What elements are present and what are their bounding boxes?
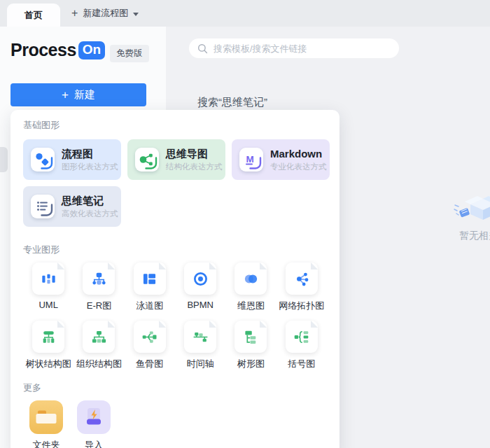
venn-icon xyxy=(234,262,267,295)
plus-icon: + xyxy=(71,8,78,19)
more-row: 文件夹 导入 xyxy=(29,400,327,448)
pro-item-label: 时间轴 xyxy=(187,358,214,370)
pro-item-label: 维恩图 xyxy=(237,300,265,312)
org-chart-icon xyxy=(83,321,115,353)
basic-section-label: 基础图形 xyxy=(23,119,327,132)
pro-item-label: 树状结构图 xyxy=(26,358,71,370)
pro-item-tree-diagram[interactable]: 树形图 xyxy=(225,321,276,370)
more-section-label: 更多 xyxy=(23,382,327,394)
folder-icon xyxy=(29,400,63,434)
logo-accent-badge: On xyxy=(78,41,105,59)
card-title: 思维笔记 xyxy=(62,195,118,207)
pro-section-label: 专业图形 xyxy=(23,244,327,256)
card-title: 思维导图 xyxy=(166,148,223,160)
markdown-icon: M xyxy=(239,148,263,172)
more-item-label: 文件夹 xyxy=(33,439,60,448)
chevron-down-icon xyxy=(133,13,139,16)
card-subtitle: 图形化表达方式 xyxy=(62,162,118,172)
pro-item-er-diagram[interactable]: E-R图 xyxy=(74,262,124,312)
pro-item-label: 泳道图 xyxy=(136,300,163,312)
basic-cards-row: 流程图 图形化表达方式 思维导图 结构化表达方式 xyxy=(23,139,327,180)
empty-state: 暂无相关内容 xyxy=(454,186,490,242)
pro-item-venn[interactable]: 维恩图 xyxy=(225,262,276,312)
card-subtitle: 高效化表达方式 xyxy=(62,209,118,219)
tree-structure-icon xyxy=(32,321,64,353)
pro-item-label: 树形图 xyxy=(237,358,265,370)
tree-diagram-icon xyxy=(234,321,267,353)
new-menu-panel: 基础图形 流程图 图形化表达方式 xyxy=(10,110,340,448)
plus-icon: + xyxy=(62,89,69,101)
card-markdown[interactable]: M Markdown 专业化表达方式 xyxy=(232,139,330,180)
empty-state-text: 暂无相关内容 xyxy=(459,230,490,242)
plan-badge: 免费版 xyxy=(110,45,149,62)
empty-box-icon xyxy=(454,186,490,227)
sidebar-item-partial xyxy=(0,147,8,172)
flowchart-icon xyxy=(31,148,55,172)
pro-item-swimlane[interactable]: 泳道图 xyxy=(125,262,175,312)
pro-item-label: UML xyxy=(38,300,57,310)
basic-cards-row-2: 思维笔记 高效化表达方式 xyxy=(23,186,121,227)
card-title: 流程图 xyxy=(62,148,118,160)
logo-text: Process xyxy=(10,40,76,60)
pro-item-org-chart[interactable]: 组织结构图 xyxy=(74,321,124,370)
pro-item-label: 鱼骨图 xyxy=(136,358,163,370)
pro-shapes-grid: UML E-R图 泳道图 xyxy=(23,262,327,370)
new-button[interactable]: + 新建 xyxy=(10,83,146,106)
pro-item-label: 括号图 xyxy=(288,358,315,370)
tab-new-flowchart-label: 新建流程图 xyxy=(83,7,128,20)
er-diagram-icon xyxy=(83,262,115,295)
card-flowchart[interactable]: 流程图 图形化表达方式 xyxy=(23,139,121,180)
tab-new-flowchart[interactable]: + 新建流程图 xyxy=(71,0,139,27)
search-suggestion-text: 搜索“思维笔记” xyxy=(197,96,267,109)
more-item-label: 导入 xyxy=(85,439,103,448)
pro-item-uml[interactable]: UML xyxy=(23,262,74,312)
search-input[interactable] xyxy=(214,43,391,54)
pro-item-timeline[interactable]: 时间轴 xyxy=(175,321,225,370)
more-item-folder[interactable]: 文件夹 xyxy=(29,400,63,448)
timeline-icon xyxy=(184,321,216,353)
pro-item-bpmn[interactable]: BPMN xyxy=(175,262,225,312)
new-button-label: 新建 xyxy=(74,88,95,102)
search-bar[interactable] xyxy=(189,38,399,58)
card-mindnote[interactable]: 思维笔记 高效化表达方式 xyxy=(23,186,121,227)
processon-logo[interactable]: Process On xyxy=(10,40,105,60)
pro-item-tree-structure[interactable]: 树状结构图 xyxy=(23,321,74,370)
bpmn-icon xyxy=(184,262,216,295)
svg-text:M: M xyxy=(246,154,254,164)
mindnote-icon xyxy=(31,195,55,218)
fishbone-icon xyxy=(134,321,166,353)
import-icon xyxy=(77,400,111,434)
tab-home-label: 首页 xyxy=(24,9,43,22)
pro-item-label: E-R图 xyxy=(87,300,111,312)
bracket-icon xyxy=(286,321,318,353)
uml-icon xyxy=(32,262,64,295)
card-mindmap[interactable]: 思维导图 结构化表达方式 xyxy=(127,139,225,180)
network-topology-icon xyxy=(286,262,318,295)
pro-item-label: BPMN xyxy=(187,300,214,310)
pro-item-label: 网络拓扑图 xyxy=(279,300,324,312)
more-item-import[interactable]: 导入 xyxy=(77,400,111,448)
window-tab-bar: 首页 + 新建流程图 xyxy=(0,0,490,27)
pro-item-fishbone[interactable]: 鱼骨图 xyxy=(125,321,175,370)
card-subtitle: 专业化表达方式 xyxy=(270,162,327,172)
pro-item-bracket[interactable]: 括号图 xyxy=(276,321,327,370)
card-title: Markdown xyxy=(270,148,327,160)
tab-home[interactable]: 首页 xyxy=(7,4,60,27)
swimlane-icon xyxy=(134,262,166,295)
pro-item-label: 组织结构图 xyxy=(76,358,122,370)
pro-item-network-topology[interactable]: 网络拓扑图 xyxy=(276,262,327,312)
card-subtitle: 结构化表达方式 xyxy=(166,162,223,172)
search-icon xyxy=(197,43,208,54)
mindmap-icon xyxy=(135,148,159,172)
